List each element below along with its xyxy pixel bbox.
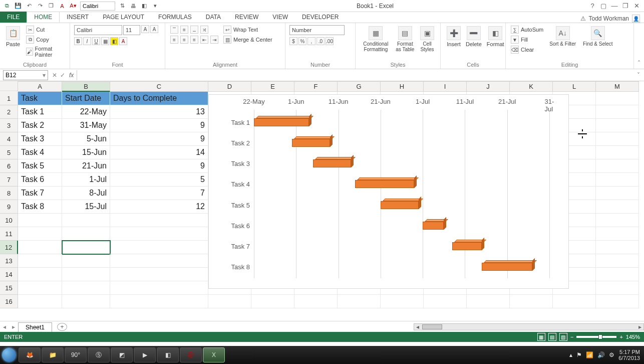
gantt-bar-task-1[interactable] bbox=[254, 118, 309, 126]
cell-A13[interactable] bbox=[18, 254, 62, 268]
undo-icon[interactable]: ↶ bbox=[25, 2, 33, 10]
inc-decimal-icon[interactable]: .0 bbox=[316, 37, 325, 45]
view-normal-icon[interactable]: ▦ bbox=[537, 333, 545, 341]
taskbar-mcafee[interactable]: Ⓜ bbox=[180, 347, 202, 362]
cell-K16[interactable] bbox=[510, 295, 553, 308]
cell-C5[interactable]: 14 bbox=[110, 146, 208, 159]
cell-C14[interactable] bbox=[110, 268, 208, 281]
cell-M8[interactable] bbox=[596, 187, 639, 200]
insert-cells-button[interactable]: ➕Insert bbox=[445, 25, 463, 48]
col-header-B[interactable]: B bbox=[62, 82, 110, 92]
col-header-K[interactable]: K bbox=[510, 82, 553, 92]
tab-review[interactable]: REVIEW bbox=[228, 12, 265, 23]
sort-filter-button[interactable]: A↓Sort & Filter bbox=[547, 25, 578, 48]
close-icon[interactable]: ✕ bbox=[632, 2, 641, 10]
qat-print-icon[interactable]: 🖶 bbox=[129, 2, 137, 10]
gantt-bar-task-4[interactable] bbox=[355, 180, 414, 188]
find-select-button[interactable]: 🔍Find & Select bbox=[581, 25, 614, 48]
confirm-entry-icon[interactable]: ✓ bbox=[60, 72, 65, 79]
redo-icon[interactable]: ↷ bbox=[36, 2, 44, 10]
tray-up-icon[interactable]: ▴ bbox=[569, 351, 572, 358]
cell-B5[interactable]: 15-Jun bbox=[62, 146, 110, 159]
row-header-14[interactable]: 14 bbox=[0, 268, 18, 281]
font-name-combo[interactable]: Calibri bbox=[74, 25, 122, 35]
merge-center-button[interactable]: ▥Merge & Center bbox=[222, 35, 273, 44]
gantt-chart[interactable]: 22-May1-Jun11-Jun21-Jun1-Jul11-Jul21-Jul… bbox=[208, 94, 569, 289]
cell-M11[interactable] bbox=[596, 227, 639, 241]
dec-decimal-icon[interactable]: .00 bbox=[326, 37, 334, 45]
col-header-C[interactable]: C bbox=[110, 82, 208, 92]
col-header-H[interactable]: H bbox=[381, 82, 424, 92]
cell-M4[interactable] bbox=[596, 132, 639, 146]
cell-M6[interactable] bbox=[596, 159, 639, 173]
font-size-combo[interactable]: 11 bbox=[123, 25, 140, 35]
row-header-2[interactable]: 2 bbox=[0, 105, 18, 119]
align-center-icon[interactable]: ≡ bbox=[180, 36, 188, 44]
align-middle-icon[interactable]: ≡ bbox=[180, 26, 188, 34]
tray-settings-icon[interactable]: ⚙ bbox=[609, 351, 614, 358]
cell-C12[interactable] bbox=[110, 241, 208, 254]
currency-icon[interactable]: $ bbox=[289, 37, 297, 45]
select-all-triangle[interactable] bbox=[0, 81, 18, 91]
col-header-A[interactable]: A bbox=[18, 82, 62, 92]
zoom-in-icon[interactable]: + bbox=[619, 334, 622, 340]
qat-more-icon[interactable]: ▾ bbox=[151, 2, 159, 10]
format-painter-button[interactable]: 🖌Format Painter bbox=[25, 45, 66, 58]
cell-B8[interactable]: 8-Jul bbox=[62, 187, 110, 200]
maximize-icon[interactable]: ❐ bbox=[621, 2, 630, 10]
cell-B11[interactable] bbox=[62, 227, 110, 241]
cell-C7[interactable]: 5 bbox=[110, 173, 208, 187]
fill-button[interactable]: ▼Fill bbox=[510, 35, 544, 44]
cell-M12[interactable] bbox=[596, 241, 639, 254]
minimize-icon[interactable]: — bbox=[610, 2, 619, 10]
cell-E16[interactable] bbox=[251, 295, 294, 308]
indent-dec-icon[interactable]: ⇤ bbox=[200, 36, 208, 44]
tab-developer[interactable]: DEVELOPER bbox=[295, 12, 346, 23]
zoom-out-icon[interactable]: − bbox=[570, 334, 573, 340]
row-header-6[interactable]: 6 bbox=[0, 159, 18, 173]
row-header-9[interactable]: 9 bbox=[0, 200, 18, 214]
col-header-L[interactable]: L bbox=[553, 82, 596, 92]
tab-formulas[interactable]: FORMULAS bbox=[151, 12, 199, 23]
cell-A12[interactable] bbox=[18, 241, 62, 254]
cell-F16[interactable] bbox=[294, 295, 338, 308]
conditional-formatting-button[interactable]: ▦Conditional Formatting bbox=[360, 25, 392, 53]
cell-C6[interactable]: 9 bbox=[110, 159, 208, 173]
cell-A6[interactable]: Task 5 bbox=[18, 159, 62, 173]
user-account[interactable]: ⚠ Todd Workman 👤 bbox=[580, 15, 644, 23]
gantt-bar-task-8[interactable] bbox=[482, 263, 532, 271]
cancel-entry-icon[interactable]: ✕ bbox=[52, 72, 57, 79]
cell-styles-button[interactable]: ▣Cell Styles bbox=[418, 25, 436, 53]
cell-A4[interactable]: Task 3 bbox=[18, 132, 62, 146]
cell-B6[interactable]: 21-Jun bbox=[62, 159, 110, 173]
percent-icon[interactable]: % bbox=[298, 37, 306, 45]
row-header-15[interactable]: 15 bbox=[0, 281, 18, 295]
cell-B7[interactable]: 1-Jul bbox=[62, 173, 110, 187]
align-left-icon[interactable]: ≡ bbox=[170, 36, 178, 44]
qat-sort-icon[interactable]: ⇅ bbox=[118, 2, 126, 10]
cell-A14[interactable] bbox=[18, 268, 62, 281]
add-sheet-button[interactable]: + bbox=[57, 323, 67, 331]
indent-inc-icon[interactable]: ⇥ bbox=[210, 36, 218, 44]
cell-C2[interactable]: 13 bbox=[110, 105, 208, 119]
cell-L16[interactable] bbox=[553, 295, 596, 308]
align-right-icon[interactable]: ≡ bbox=[190, 36, 198, 44]
cell-C8[interactable]: 7 bbox=[110, 187, 208, 200]
cell-J16[interactable] bbox=[467, 295, 510, 308]
view-pagebreak-icon[interactable]: ▧ bbox=[559, 333, 567, 341]
tray-volume-icon[interactable]: 🔊 bbox=[597, 351, 605, 358]
taskbar-app1[interactable]: ◩ bbox=[111, 347, 133, 362]
cell-B12[interactable] bbox=[62, 241, 110, 254]
cell-B13[interactable] bbox=[62, 254, 110, 268]
tab-view[interactable]: VIEW bbox=[265, 12, 295, 23]
taskbar-excel[interactable]: X bbox=[203, 347, 225, 362]
row-header-10[interactable]: 10 bbox=[0, 214, 18, 227]
format-as-table-button[interactable]: ▤Format as Table bbox=[393, 25, 417, 53]
comma-icon[interactable]: , bbox=[307, 37, 315, 45]
cell-M14[interactable] bbox=[596, 268, 639, 281]
tray-flag-icon[interactable]: ⚑ bbox=[576, 351, 582, 358]
row-header-8[interactable]: 8 bbox=[0, 187, 18, 200]
name-box[interactable]: B12▾ bbox=[3, 70, 48, 80]
font-grow-icon[interactable]: A bbox=[58, 2, 66, 10]
collapse-ribbon-icon[interactable]: ˄ bbox=[634, 23, 644, 69]
